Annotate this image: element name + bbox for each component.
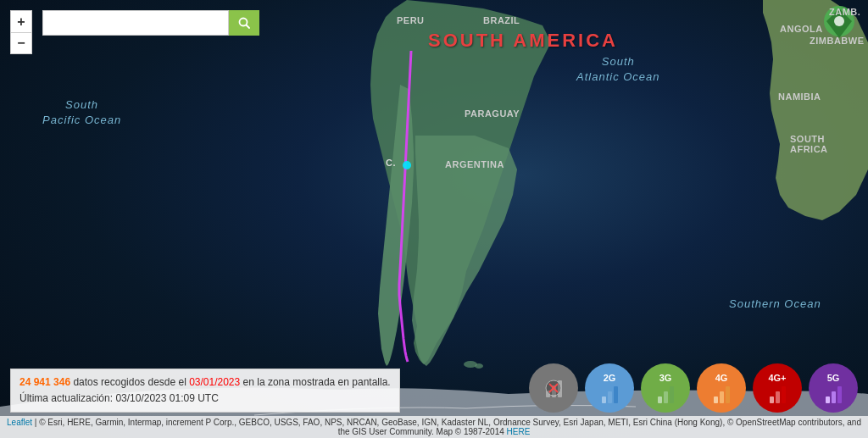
map-container: SouthPacific Ocean SouthAtlantic Ocean S… bbox=[0, 0, 868, 438]
network-3g-icon[interactable]: 3G bbox=[641, 363, 690, 413]
network-2g-icon[interactable]: 2G bbox=[585, 363, 634, 413]
last-update-value: 03/10/2023 01:09 UTC bbox=[115, 392, 218, 404]
zoom-controls: + − bbox=[10, 10, 32, 54]
network-disabled-icon[interactable] bbox=[529, 363, 578, 413]
svg-point-5 bbox=[834, 16, 844, 26]
network-bar: 2G 3G 4G 4G bbox=[529, 363, 858, 413]
network-2g-label: 2G bbox=[604, 374, 616, 383]
attribution-text: | © Esri, HERE, Garmin, Intermap, increm… bbox=[32, 418, 861, 436]
leaflet-link[interactable]: Leaflet bbox=[7, 418, 32, 427]
network-2g-bars bbox=[602, 385, 618, 403]
attribution-bar: Leaflet | © Esri, HERE, Garmin, Intermap… bbox=[0, 416, 868, 438]
info-box: 24 941 346 datos recogidos desde el 03/0… bbox=[10, 369, 400, 413]
info-date: 03/01/2023 bbox=[189, 376, 240, 388]
data-count: 24 941 346 bbox=[19, 376, 70, 388]
search-bar bbox=[42, 10, 259, 36]
search-input[interactable] bbox=[42, 10, 229, 36]
network-4g-label: 4G bbox=[715, 374, 728, 383]
info-text-after: en la zona mostrada en pantalla. bbox=[240, 376, 390, 388]
zoom-in-button[interactable]: + bbox=[10, 10, 32, 32]
search-icon bbox=[238, 17, 250, 29]
network-3g-label: 3G bbox=[659, 374, 672, 383]
search-button[interactable] bbox=[229, 10, 259, 36]
network-3g-bars bbox=[658, 385, 674, 403]
network-5g-label: 5G bbox=[827, 374, 840, 383]
network-4g-icon[interactable]: 4G bbox=[697, 363, 746, 413]
network-5g-icon[interactable]: 5G bbox=[809, 363, 858, 413]
svg-point-2 bbox=[403, 161, 411, 169]
svg-point-1 bbox=[475, 363, 483, 369]
cross-icon bbox=[545, 380, 562, 396]
network-4gplus-bars bbox=[770, 385, 786, 403]
zoom-out-button[interactable]: − bbox=[10, 32, 32, 54]
svg-line-7 bbox=[247, 25, 250, 29]
network-4g-bars bbox=[714, 385, 730, 403]
network-4gplus-icon[interactable]: 4G+ bbox=[753, 363, 802, 413]
last-update-label: Última actualización: bbox=[19, 392, 113, 404]
network-4gplus-label: 4G+ bbox=[768, 374, 786, 383]
here-link[interactable]: HERE bbox=[507, 427, 531, 436]
info-text-before: datos recogidos desde el bbox=[70, 376, 189, 388]
network-5g-bars bbox=[826, 385, 842, 403]
